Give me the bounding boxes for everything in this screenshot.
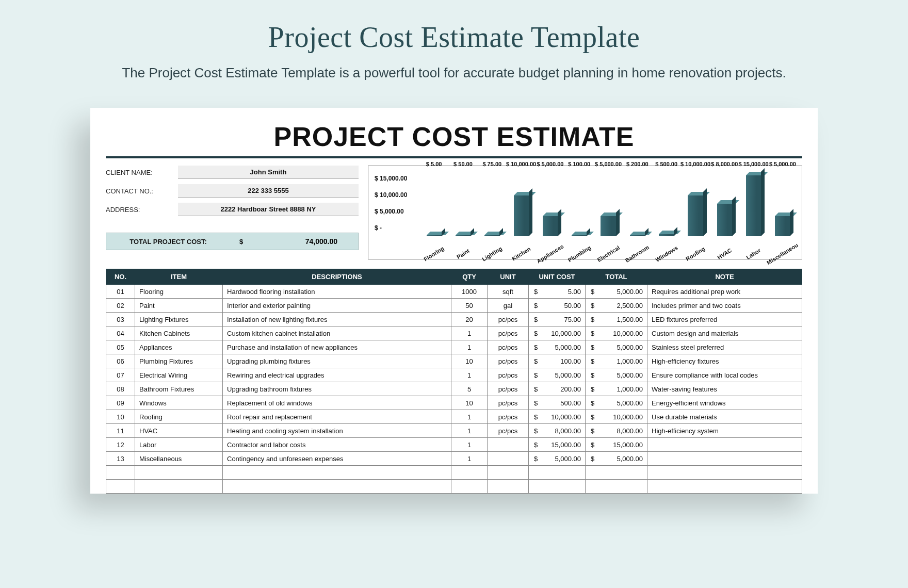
cell-desc: Rewiring and electrical upgrades <box>223 368 451 382</box>
chart-bar-value: $ 75.00 <box>482 161 501 167</box>
cell-no: 02 <box>106 299 135 313</box>
cell-note: Custom design and materials <box>647 326 802 340</box>
cell-unit-cost: $100.00 <box>529 354 586 368</box>
cell-desc: Replacement of old windows <box>223 396 451 410</box>
cell-unit: pc/pcs <box>488 326 529 340</box>
cell-desc: Upgrading bathroom fixtures <box>223 382 451 396</box>
cell-total: $1,500.00 <box>586 313 647 326</box>
cell-note: Water-saving features <box>647 382 802 396</box>
cell-no: 01 <box>106 285 135 299</box>
cell-unit-cost: $8,000.00 <box>529 424 586 438</box>
chart-bar: $ 15,000.00Labor <box>740 170 766 236</box>
table-row: 04Kitchen CabinetsCustom kitchen cabinet… <box>106 326 802 340</box>
contact-label: CONTACT NO.: <box>106 187 178 195</box>
cell-no: 07 <box>106 368 135 382</box>
table-row-empty <box>106 480 802 494</box>
cell-unit-cost: $500.00 <box>529 396 586 410</box>
cell-total: $15,000.00 <box>586 438 647 452</box>
chart-bar-label: Electrical <box>596 244 621 263</box>
chart-bar-value: $ 10,000.00 <box>506 161 536 167</box>
cell-note <box>647 438 802 452</box>
cell-total: $5,000.00 <box>586 396 647 410</box>
contact-value: 222 333 5555 <box>178 184 359 198</box>
cell-no: 08 <box>106 382 135 396</box>
table-header-cell: NO. <box>106 269 135 285</box>
cell-unit-cost: $50.00 <box>529 299 586 313</box>
chart-bar-label: Roofing <box>685 246 706 262</box>
cell-no: 13 <box>106 452 135 466</box>
table-header-cell: TOTAL <box>586 269 647 285</box>
cell-note <box>647 452 802 466</box>
cell-no: 12 <box>106 438 135 452</box>
table-header-cell: QTY <box>451 269 488 285</box>
cell-no: 05 <box>106 340 135 354</box>
cell-note: High-efficiency system <box>647 424 802 438</box>
chart-bar: $ 5.00Flooring <box>421 170 447 236</box>
total-cost-value: 74,000.00 <box>261 237 358 246</box>
cell-item: Windows <box>135 396 223 410</box>
cell-note: Use durable materials <box>647 410 802 424</box>
chart-bar-label: Labor <box>745 247 761 260</box>
chart-bar-label: Appliances <box>536 243 564 264</box>
cell-qty: 1 <box>451 452 488 466</box>
cell-total: $1,000.00 <box>586 382 647 396</box>
table-row: 09WindowsReplacement of old windows10pc/… <box>106 396 802 410</box>
cell-unit: pc/pcs <box>488 340 529 354</box>
chart-bar-value: $ 5,000.00 <box>537 161 563 167</box>
table-row: 07Electrical WiringRewiring and electric… <box>106 368 802 382</box>
chart-bar-value: $ 50.00 <box>453 161 473 167</box>
cell-desc: Contractor and labor costs <box>223 438 451 452</box>
cell-qty: 50 <box>451 299 488 313</box>
chart-bar-value: $ 5.00 <box>426 161 442 167</box>
chart-bar: $ 5,000.00Miscellaneou <box>770 170 796 236</box>
chart-bar: $ 8,000.00HVAC <box>711 170 737 236</box>
chart-bar: $ 5,000.00Electrical <box>595 170 621 236</box>
cell-total: $5,000.00 <box>586 368 647 382</box>
chart-bar-value: $ 10,000.00 <box>680 161 710 167</box>
cell-desc: Interior and exterior painting <box>223 299 451 313</box>
cell-unit: sqft <box>488 285 529 299</box>
table-header-cell: UNIT COST <box>529 269 586 285</box>
chart-bar-label: Kitchen <box>511 246 532 262</box>
chart-y-tick: $ - <box>375 220 421 236</box>
cell-note: Requires additional prep work <box>647 285 802 299</box>
client-info-box: CLIENT NAME: John Smith CONTACT NO.: 222… <box>106 166 359 259</box>
cell-unit: pc/pcs <box>488 368 529 382</box>
cell-desc: Hardwood flooring installation <box>223 285 451 299</box>
cell-desc: Purchase and installation of new applian… <box>223 340 451 354</box>
page-title: Project Cost Estimate Template <box>0 21 908 54</box>
cell-total: $5,000.00 <box>586 452 647 466</box>
cell-item: Bathroom Fixtures <box>135 382 223 396</box>
chart-bar-label: Plumbing <box>566 244 592 264</box>
chart-bar-label: Miscellaneou <box>766 242 799 266</box>
cell-unit-cost: $5,000.00 <box>529 452 586 466</box>
cell-total: $10,000.00 <box>586 326 647 340</box>
cell-note: Ensure compliance with local codes <box>647 368 802 382</box>
page-subtitle: The Project Cost Estimate Template is a … <box>72 63 836 83</box>
cell-desc: Roof repair and replacement <box>223 410 451 424</box>
cell-item: Lighting Fixtures <box>135 313 223 326</box>
cell-item: Roofing <box>135 410 223 424</box>
cell-unit: pc/pcs <box>488 424 529 438</box>
total-cost-currency: $ <box>230 238 261 246</box>
cell-unit <box>488 438 529 452</box>
cell-qty: 1 <box>451 368 488 382</box>
cell-no: 09 <box>106 396 135 410</box>
address-label: ADDRESS: <box>106 206 178 214</box>
cell-desc: Installation of new lighting fixtures <box>223 313 451 326</box>
table-row: 10RoofingRoof repair and replacement1pc/… <box>106 410 802 424</box>
chart-bar-label: Paint <box>456 248 471 260</box>
cell-note: LED fixtures preferred <box>647 313 802 326</box>
chart-bar-label: Flooring <box>423 245 445 262</box>
table-row: 08Bathroom FixturesUpgrading bathroom fi… <box>106 382 802 396</box>
cell-item: Labor <box>135 438 223 452</box>
cell-unit-cost: $5.00 <box>529 285 586 299</box>
table-row: 11HVACHeating and cooling system install… <box>106 424 802 438</box>
cell-item: Electrical Wiring <box>135 368 223 382</box>
chart-bar: $ 500.00Windows <box>654 170 679 236</box>
cell-unit: pc/pcs <box>488 313 529 326</box>
chart-bar-value: $ 100.00 <box>568 161 590 167</box>
cell-desc: Custom kitchen cabinet installation <box>223 326 451 340</box>
table-row: 12LaborContractor and labor costs1$15,00… <box>106 438 802 452</box>
chart-bar-value: $ 200.00 <box>626 161 648 167</box>
